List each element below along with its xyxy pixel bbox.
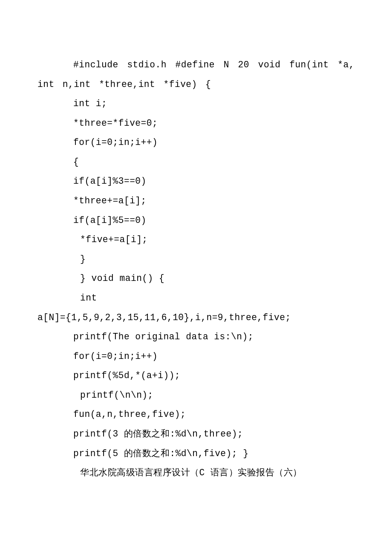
code-line: if(a[i]%3==0): [37, 172, 355, 191]
code-line: a[N]={1,5,9,2,3,15,11,6,10},i,n=9,three,…: [37, 308, 355, 328]
footer-title: 华北水院高级语言程序设计（C 语言）实验报告（六）: [37, 463, 355, 483]
code-line: printf(5 的倍数之和:%d\n,five); }: [37, 444, 355, 464]
code-line: } void main() {: [37, 269, 355, 289]
code-line: {: [37, 153, 355, 172]
code-line: int: [37, 289, 355, 308]
code-line: int i;: [37, 94, 355, 114]
code-line: printf(The original data is:\n);: [37, 327, 355, 347]
code-line: }: [37, 250, 355, 269]
code-line: printf(%5d,*(a+i));: [37, 366, 355, 386]
code-line: for(i=0;in;i++): [37, 347, 355, 367]
document-page: #include stdio.h #define N 20 void fun(i…: [0, 0, 392, 555]
code-line: *three=*five=0;: [37, 114, 355, 133]
code-line: printf(\n\n);: [37, 386, 355, 405]
code-line: *three+=a[i];: [37, 191, 355, 211]
code-line: *five+=a[i];: [37, 230, 355, 250]
code-line: printf(3 的倍数之和:%d\n,three);: [37, 425, 355, 444]
code-line: if(a[i]%5==0): [37, 211, 355, 231]
code-line: for(i=0;in;i++): [37, 133, 355, 153]
code-line: #include stdio.h #define N 20 void fun(i…: [37, 55, 355, 94]
code-line: fun(a,n,three,five);: [37, 405, 355, 425]
